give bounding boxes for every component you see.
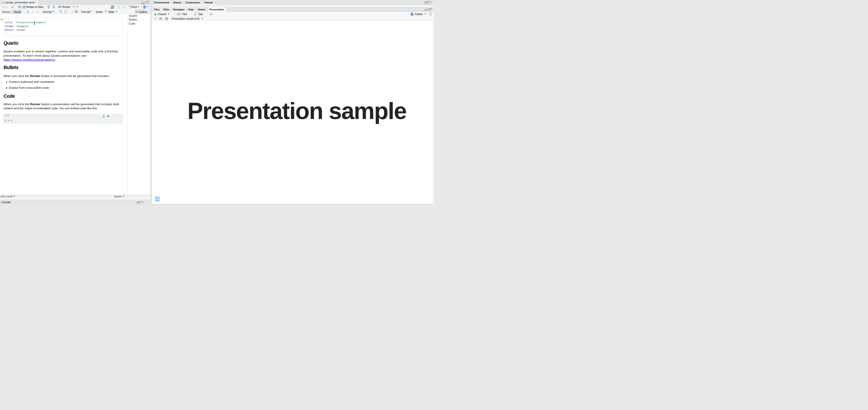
svg-text:C: C <box>112 6 114 8</box>
svg-text:1: 1 <box>65 10 66 11</box>
svg-text:2: 2 <box>65 11 66 13</box>
svg-text:ABC: ABC <box>47 5 51 7</box>
